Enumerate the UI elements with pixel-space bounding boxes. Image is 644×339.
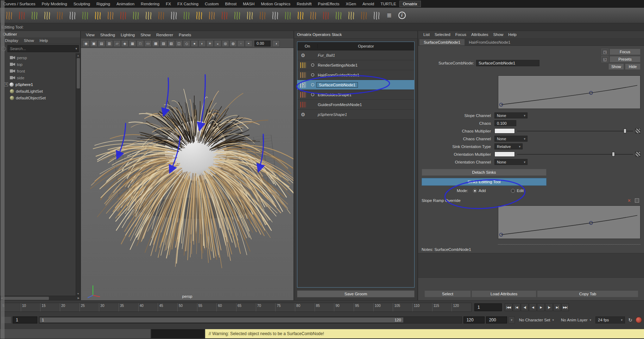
attribute-menu-item[interactable]: Help: [506, 32, 519, 37]
lock-camera-icon[interactable]: ▣: [90, 40, 97, 47]
gamma-icon[interactable]: ◑: [272, 40, 280, 47]
slope-ramp-widget[interactable]: [498, 75, 640, 109]
node-enabled-toggle[interactable]: [309, 63, 316, 67]
scatter-strands-icon[interactable]: [130, 9, 142, 22]
menubar-item[interactable]: FX Caching: [174, 1, 202, 7]
stack-row-psphere-shape[interactable]: ⚙ pSphereShape1: [297, 110, 414, 119]
scroll-thumb[interactable]: [3, 297, 49, 300]
tall-grass-icon[interactable]: [257, 9, 269, 22]
shelf-text-icon[interactable]: [383, 9, 395, 22]
playback-end-field[interactable]: 120: [463, 316, 485, 323]
menubar-item[interactable]: Animation: [113, 1, 138, 7]
show-button[interactable]: Show: [608, 63, 624, 70]
screen-ao-icon[interactable]: ◎: [222, 40, 229, 47]
comb-icon[interactable]: [67, 9, 78, 22]
shadows-icon[interactable]: ◒: [214, 40, 221, 47]
node-enabled-toggle[interactable]: [309, 93, 316, 96]
notes-area[interactable]: [418, 253, 644, 278]
isolate-select-icon[interactable]: ▫: [237, 40, 245, 47]
gate-mask-icon[interactable]: ▩: [152, 40, 159, 47]
safe-title-icon[interactable]: ◫: [175, 40, 183, 47]
info-icon[interactable]: [396, 9, 408, 22]
two-d-pan-zoom-icon[interactable]: ◈: [121, 40, 128, 47]
menubar-item[interactable]: XGen: [343, 1, 359, 7]
camera-attributes-icon[interactable]: ▤: [98, 40, 105, 47]
menubar-item[interactable]: Rendering: [138, 1, 163, 7]
fps-dropdown[interactable]: 24 fps▾: [595, 316, 625, 323]
outliner-item-top[interactable]: top: [0, 61, 80, 68]
presets-button[interactable]: Presets: [610, 56, 640, 62]
sinks-editing-tool-button[interactable]: Sinks Editting Tool: [422, 178, 547, 186]
chaos-channel-dropdown[interactable]: None▾: [494, 136, 528, 142]
attribute-menu-item[interactable]: Selected: [432, 32, 453, 37]
outliner-item-side[interactable]: side: [0, 74, 80, 81]
stack-row-hair-from-guides[interactable]: HairFromGuidesNode1: [297, 70, 414, 80]
attribute-menu-item[interactable]: Focus: [453, 32, 469, 37]
command-line-area[interactable]: [0, 329, 151, 338]
branch-icon[interactable]: [333, 9, 345, 22]
range-slider-track[interactable]: 1 120: [39, 316, 462, 323]
outliner-item-defaultobjectset[interactable]: defaultObjectSet: [0, 94, 80, 101]
sink-orientation-type-dropdown[interactable]: Relative▾: [494, 143, 523, 149]
bookmarks-icon[interactable]: ▥: [106, 40, 113, 47]
chaos-multiplier-slider[interactable]: [517, 128, 633, 134]
detach-sinks-button[interactable]: Detach Sinks: [422, 169, 547, 176]
menubar-item[interactable]: Motion Graphics: [258, 1, 293, 7]
viewport-menu-item[interactable]: Show: [138, 32, 153, 38]
node-enabled-toggle[interactable]: [309, 83, 316, 86]
arc-strands-icon[interactable]: [193, 9, 205, 22]
focus-button[interactable]: Focus: [610, 49, 640, 55]
viewport-menu-item[interactable]: View: [83, 32, 97, 38]
gravity-icon[interactable]: [244, 9, 256, 22]
step-back-key-button[interactable]: ◀|: [521, 303, 529, 311]
grid-paint-icon[interactable]: [92, 9, 104, 22]
override-checkbox[interactable]: [635, 198, 639, 203]
slope-ramp-override-widget[interactable]: [498, 205, 640, 239]
tab-hairfromguidesnode1[interactable]: HairFromGuidesNode1: [465, 39, 514, 45]
menubar-item[interactable]: Sculpting: [70, 1, 93, 7]
clump-icon[interactable]: [358, 9, 370, 22]
mode-add-radio[interactable]: Add: [473, 189, 486, 193]
play-forwards-button[interactable]: ▶: [537, 303, 545, 311]
copy-tab-icon[interactable]: ◳: [601, 49, 608, 55]
expand-icon[interactable]: +: [4, 82, 8, 86]
anim-layer-dropdown[interactable]: No Anim Layer▾: [558, 318, 594, 322]
wireframe-icon[interactable]: ◇: [183, 40, 190, 47]
field-chart-icon[interactable]: ▨: [160, 40, 167, 47]
menubar-item[interactable]: Curves / Surfaces: [0, 1, 38, 7]
scroll-down-icon[interactable]: ▼: [77, 291, 80, 296]
grass-clump-icon[interactable]: [143, 9, 154, 22]
chaos-field[interactable]: 0.100: [494, 120, 516, 126]
save-groom-button[interactable]: Save Groom: [297, 290, 415, 297]
menubar-item[interactable]: MASH: [240, 1, 258, 7]
safe-action-icon[interactable]: ▧: [168, 40, 175, 47]
step-back-frame-button[interactable]: |◀: [513, 303, 520, 311]
menubar-item[interactable]: Custom: [202, 1, 222, 7]
fur-sphere-icon[interactable]: [295, 9, 307, 22]
add-hair-icon[interactable]: [16, 9, 28, 22]
outliner-item-persp[interactable]: persp: [0, 54, 80, 61]
pollen-scatter-icon[interactable]: [219, 9, 231, 22]
moss-icon[interactable]: [79, 9, 91, 22]
viewport-canvas[interactable]: persp: [81, 48, 293, 300]
outliner-menu-item[interactable]: Show: [21, 38, 37, 43]
attribute-menu-item[interactable]: List: [421, 32, 432, 37]
ground-comb-icon[interactable]: [231, 9, 243, 22]
multisample-icon[interactable]: ◍: [229, 40, 237, 47]
export-groom-icon[interactable]: [54, 9, 66, 22]
sprout-icon[interactable]: [41, 9, 53, 22]
copy-tab-button[interactable]: Copy Tab: [537, 290, 638, 297]
mode-edit-radio[interactable]: Edit: [511, 189, 524, 193]
stack-row-guides-from-mesh[interactable]: GuidesFromMeshNode1: [297, 100, 414, 110]
select-button[interactable]: Select: [424, 290, 471, 297]
scroll-right-icon[interactable]: ▶: [78, 296, 80, 300]
range-preset-dropdown[interactable]: ▾: [509, 316, 515, 323]
xray-icon[interactable]: ◓: [245, 40, 252, 47]
texture-map-button[interactable]: [635, 128, 640, 134]
film-gate-icon[interactable]: □: [137, 40, 144, 47]
outliner-menu-item[interactable]: Help: [37, 38, 51, 43]
slope-channel-dropdown[interactable]: None▾: [494, 112, 528, 118]
outliner-item-defaultlightset[interactable]: defaultLightSet: [0, 88, 80, 94]
orientation-multiplier-slider[interactable]: [517, 152, 633, 157]
textured-icon[interactable]: ◐: [198, 40, 206, 47]
